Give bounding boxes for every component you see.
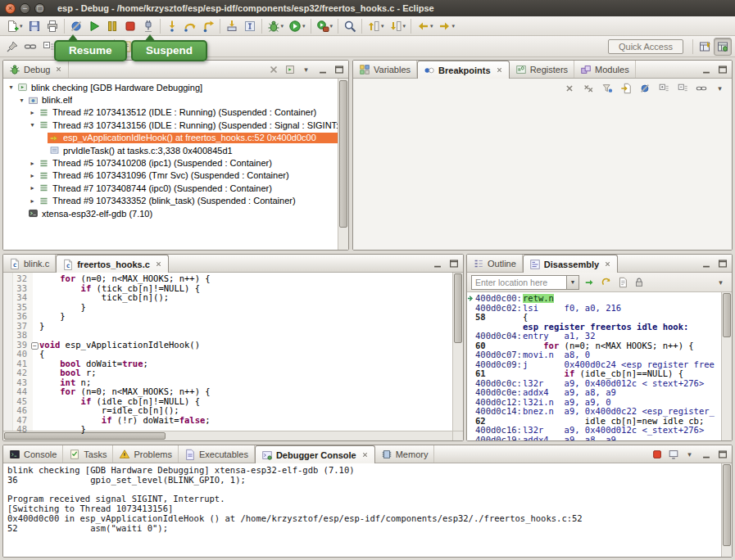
maximize-button[interactable] — [447, 256, 461, 270]
editor-line[interactable]: 44 for (n=0; n<MAX_HOOKS; n++) { — [3, 387, 463, 397]
terminate-red-button[interactable] — [650, 447, 664, 461]
disassembly-line[interactable]: 400d0c09:j 0x400d0c24 <esp_register_free — [467, 360, 732, 370]
dropdown-arrow-icon[interactable]: ▾ — [330, 23, 333, 29]
disassembly-line[interactable]: 400d0c04:entry a1, 32 — [467, 332, 732, 341]
resume-button[interactable] — [85, 17, 103, 35]
pin-editor-button[interactable] — [3, 38, 21, 56]
dropdown-arrow-icon[interactable]: ▾ — [281, 23, 284, 29]
console-output[interactable]: blink checking [GDB Hardware Debugging] … — [3, 463, 732, 534]
debug-vertical-scrollbar[interactable] — [338, 79, 348, 250]
tree-item-row[interactable]: Thread #9 1073433352 (blink_task) (Suspe… — [37, 196, 348, 206]
dropdown-arrow-icon[interactable]: ▾ — [452, 23, 456, 29]
disassembly-line[interactable]: 61 if (idle_cb[n]==NULL) { — [467, 369, 732, 379]
expand-all-button[interactable] — [656, 81, 670, 95]
tab-console[interactable]: Console — [3, 445, 63, 463]
tree-item-row[interactable]: esp_vApplicationIdleHook() at freertos_h… — [48, 133, 348, 143]
tree-collapse-arrow-icon[interactable]: ▾ — [28, 121, 37, 129]
tab-debugger-console[interactable]: Debugger Console — [255, 445, 375, 463]
view-menu-button[interactable]: ▾ — [299, 62, 313, 76]
tab-disassembly[interactable]: Disassembly — [523, 255, 618, 273]
view-menu-button[interactable]: ▾ — [683, 447, 696, 461]
tab-tasks[interactable]: Tasks — [63, 445, 113, 463]
tab-outline[interactable]: Outline — [467, 255, 523, 272]
previous-annotation-button[interactable]: ▾ — [365, 17, 387, 35]
restart-button[interactable] — [283, 62, 297, 76]
combo-dropdown-icon[interactable]: ▼ — [566, 276, 578, 289]
disassembly-line[interactable]: 60 for (n=0; n<MAX_HOOKS; n++) { — [467, 341, 732, 351]
disassembly-line[interactable]: 400d0c02:lsi f0, a0, 216 — [467, 304, 732, 314]
tree-collapse-arrow-icon[interactable]: ▾ — [7, 84, 16, 91]
minimize-button[interactable] — [699, 447, 713, 461]
tab-executables[interactable]: Executables — [179, 445, 255, 463]
tab-close-icon[interactable] — [604, 260, 611, 268]
minimize-button[interactable] — [430, 256, 444, 270]
search-button[interactable] — [341, 17, 359, 35]
console-vertical-scrollbar[interactable] — [721, 463, 732, 557]
tab-close-icon[interactable] — [361, 451, 369, 458]
tree-item-row[interactable]: Thread #2 1073413512 (IDLE : Running) (S… — [37, 107, 348, 118]
view-menu-button[interactable]: ▾ — [713, 81, 727, 95]
tree-expand-arrow-icon[interactable]: ▸ — [28, 197, 37, 205]
suspend-button[interactable] — [103, 17, 121, 35]
editor-line[interactable]: 39−void esp_vApplicationIdleHook() — [3, 341, 463, 350]
disassembly-line[interactable]: 400d0c0e:addx4 a9, a8, a9 — [467, 388, 732, 398]
debug-tree-item[interactable]: ▾Thread #3 1073413156 (IDLE : Running) (… — [3, 119, 348, 131]
tree-item-row[interactable]: Thread #3 1073413156 (IDLE : Running) (S… — [37, 120, 348, 130]
back-button[interactable]: ▾ — [414, 17, 436, 35]
debug-tree-item[interactable]: xtensa-esp32-elf-gdb (7.10) — [3, 207, 348, 219]
disassembly-line[interactable]: 400d0c07:movi.n a8, 0 — [467, 350, 732, 360]
run-button[interactable]: ▾ — [286, 17, 308, 35]
tab-problems[interactable]: Problems — [113, 445, 178, 463]
editor-line[interactable]: 34 tick_cb[n](); — [3, 293, 463, 303]
debug-tree-item[interactable]: ▸Thread #6 1073431096 (Tmr Svc) (Suspend… — [3, 169, 348, 182]
tab-close-icon[interactable] — [55, 65, 62, 73]
tab-breakpoints[interactable]: Breakpoints — [417, 61, 510, 79]
debug-tree-item[interactable]: esp_vApplicationIdleHook() at freertos_h… — [3, 132, 348, 144]
open-perspective-button[interactable] — [696, 38, 714, 56]
window-close-button[interactable]: × — [5, 3, 16, 14]
step-return-button[interactable] — [199, 17, 217, 35]
show-supported-button[interactable] — [600, 81, 614, 95]
tree-item-row[interactable]: xtensa-esp32-elf-gdb (7.10) — [26, 208, 348, 219]
new-wizard-button[interactable]: ▾ — [3, 17, 25, 35]
maximize-button[interactable] — [332, 62, 346, 76]
step-into-button[interactable] — [163, 17, 181, 35]
remove-button[interactable] — [562, 81, 576, 95]
disassembly-line[interactable]: esp_register_freertos_idle_hook: — [467, 323, 732, 332]
debug-tree-item[interactable]: ▸Thread #2 1073413512 (IDLE : Running) (… — [3, 106, 348, 119]
terminate-button[interactable] — [121, 17, 139, 35]
goto-file-button[interactable] — [619, 81, 633, 95]
dropdown-arrow-icon[interactable]: ▾ — [20, 23, 23, 29]
maximize-button[interactable] — [715, 447, 729, 461]
editor-content[interactable]: 32 for (n=0; n<MAX_HOOKS; n++) {33 if (t… — [3, 273, 463, 440]
disassembly-line[interactable]: 400d0c16:l32r a9, 0x400d012c <_stext+276… — [467, 426, 732, 436]
window-minimize-button[interactable]: – — [20, 3, 30, 14]
debug-tree-item[interactable]: ▾blink.elf — [3, 93, 348, 106]
editor-line[interactable]: 46 r=idle_cb[n](); — [3, 406, 463, 416]
tab-freertos-hooks-c[interactable]: cfreertos_hooks.c — [56, 255, 169, 273]
instruction-stepping-button[interactable] — [241, 17, 259, 35]
view-menu-button[interactable]: ▾ — [714, 275, 728, 289]
tree-item-row[interactable]: blink checking [GDB Hardware Debugging] — [16, 82, 348, 93]
goto-pc-button[interactable] — [583, 275, 597, 289]
remove-terminated-button[interactable] — [266, 62, 280, 76]
perspective-debug-button[interactable] — [714, 38, 732, 56]
tree-item-row[interactable]: prvIdleTask() at tasks.c:3,338 0x400845d… — [48, 145, 348, 156]
quick-access-button[interactable]: Quick Access — [608, 39, 683, 54]
editor-line[interactable]: 38 — [3, 331, 463, 341]
location-input[interactable] — [472, 276, 566, 289]
disassembly-line[interactable]: 400d0c12:l32i.n a9, a9, 0 — [467, 398, 732, 408]
print-button[interactable] — [43, 17, 61, 35]
display-console-button[interactable] — [666, 447, 680, 461]
disassembly-line[interactable]: 400d0c00:retw.n — [467, 294, 732, 304]
tab-registers[interactable]: Registers — [510, 61, 574, 78]
window-maximize-button[interactable]: ▢ — [34, 3, 45, 14]
editor-line[interactable]: 37} — [3, 322, 463, 332]
disassembly-vertical-scrollbar[interactable] — [721, 292, 732, 440]
disassembly-line[interactable]: 58{ — [467, 313, 732, 323]
disassembly-line[interactable]: 400d0c19:addx4 a9, a8, a9 — [467, 436, 732, 441]
debug-tree-item[interactable]: ▸Thread #9 1073433352 (blink_task) (Susp… — [3, 195, 348, 207]
next-annotation-button[interactable]: ▾ — [387, 17, 409, 35]
skip-all-button[interactable] — [637, 81, 651, 95]
tree-expand-arrow-icon[interactable]: ▸ — [28, 160, 37, 167]
